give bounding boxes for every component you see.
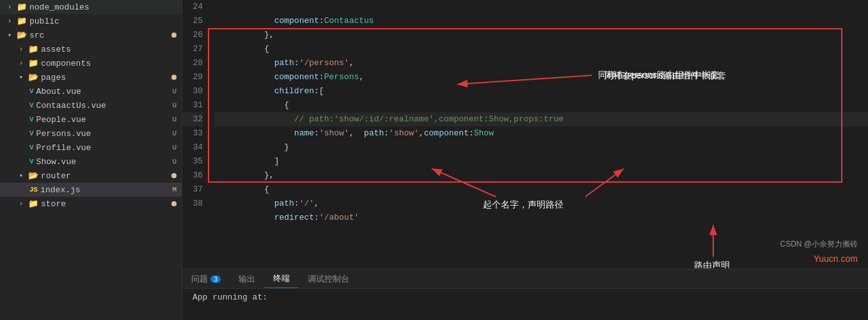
- code-line-24: component:Contaactus: [214, 0, 868, 14]
- line-num: 34: [182, 141, 203, 155]
- untracked-badge: U: [172, 102, 177, 109]
- arrow-icon: [19, 60, 28, 67]
- modified-badge: [171, 75, 177, 80]
- untracked-badge: U: [172, 116, 177, 123]
- folder-icon: 📁: [28, 44, 38, 54]
- vue-icon: V: [29, 116, 34, 123]
- modified-badge: [171, 173, 177, 178]
- tab-debug-console[interactable]: 调试控制台: [299, 270, 358, 288]
- code-line-37: path:'/',: [214, 183, 868, 197]
- line-num: 25: [182, 14, 203, 28]
- sidebar-label: assets: [41, 45, 71, 54]
- line-num: 35: [182, 155, 203, 169]
- sidebar-item-public[interactable]: 📁 public: [0, 14, 182, 28]
- untracked-badge: U: [172, 88, 177, 95]
- arrow-icon: [19, 73, 28, 81]
- sidebar-item-contaactus-vue[interactable]: V ContaactUs.vue U: [0, 98, 182, 112]
- editor-area: 24 25 26 27 28 29 30 31 32 33 34 35 36 3…: [182, 0, 868, 320]
- line-num: 26: [182, 28, 203, 42]
- line-num: 27: [182, 42, 203, 56]
- line-numbers: 24 25 26 27 28 29 30 31 32 33 34 35 36 3…: [182, 0, 208, 269]
- line-num: 32: [182, 112, 203, 126]
- vue-icon: V: [29, 144, 34, 151]
- tab-output[interactable]: 输出: [230, 270, 264, 288]
- sidebar-label: pages: [41, 73, 66, 82]
- arrow-icon: [8, 31, 17, 39]
- folder-icon: 📂: [28, 72, 38, 82]
- sidebar-label: Profile.vue: [36, 143, 91, 153]
- sidebar-label: components: [41, 59, 91, 68]
- code-line-27: path:'/persons',: [214, 42, 868, 56]
- sidebar-item-src[interactable]: 📂 src: [0, 28, 182, 42]
- arrow-icon: [8, 4, 17, 11]
- sidebar-label: router: [41, 171, 71, 181]
- untracked-badge: U: [172, 158, 177, 165]
- vue-icon: V: [29, 130, 34, 137]
- terminal-line: App running at:: [193, 293, 267, 302]
- line-num: 33: [182, 126, 203, 141]
- tab-terminal[interactable]: 终端: [264, 270, 299, 288]
- code-editor[interactable]: component:Contaactus }, { path:'/persons…: [208, 0, 868, 269]
- sidebar-item-index-js[interactable]: JS index.js M: [0, 183, 182, 197]
- vue-icon: V: [29, 102, 34, 109]
- sidebar-item-pages[interactable]: 📂 pages: [0, 70, 182, 84]
- sidebar-label: src: [29, 31, 44, 40]
- code-line-34: ]: [214, 141, 868, 155]
- modified-badge: [171, 33, 177, 38]
- sidebar-item-persons-vue[interactable]: V Persons.vue U: [0, 126, 182, 141]
- sidebar-label: About.vue: [36, 87, 81, 96]
- sidebar-label: Persons.vue: [36, 129, 91, 139]
- bottom-tab-bar: 问题 3 输出 终端 调试控制台: [182, 270, 868, 289]
- watermark: Yuucn.com: [814, 254, 858, 264]
- tab-label: 终端: [273, 273, 290, 284]
- code-line-36: {: [214, 169, 868, 183]
- sidebar-label: node_modules: [29, 3, 90, 12]
- folder-icon: 📁: [17, 2, 27, 12]
- sidebar-item-show-vue[interactable]: V Show.vue U: [0, 155, 182, 169]
- sidebar-item-components[interactable]: 📁 components: [0, 56, 182, 70]
- bottom-panel: 问题 3 输出 终端 调试控制台 App running at:: [182, 269, 868, 320]
- modified-badge: M: [172, 186, 177, 194]
- sidebar-label: public: [29, 17, 59, 26]
- code-line-31: // path:'show/:id/:realname',component:S…: [214, 98, 868, 112]
- folder-icon: 📁: [28, 199, 38, 209]
- svg-text:路由声明: 路由声明: [694, 260, 730, 268]
- line-num: 38: [182, 197, 203, 211]
- sidebar-item-node-modules[interactable]: 📁 node_modules: [0, 0, 182, 14]
- line-num: 24: [182, 0, 203, 14]
- vue-icon: V: [29, 88, 34, 95]
- sidebar-item-people-vue[interactable]: V People.vue U: [0, 112, 182, 126]
- sidebar-label: People.vue: [36, 115, 86, 125]
- tab-label: 问题: [191, 273, 208, 285]
- folder-icon: 📂: [17, 30, 27, 40]
- sidebar-item-router[interactable]: 📂 router: [0, 169, 182, 183]
- sidebar-item-about-vue[interactable]: V About.vue U: [0, 84, 182, 98]
- sidebar-file-tree: 📁 node_modules 📁 public 📂 src 📁 assets 📁…: [0, 0, 182, 320]
- tab-label: 调试控制台: [308, 273, 349, 285]
- arrow-icon: [19, 46, 28, 53]
- code-container: 24 25 26 27 28 29 30 31 32 33 34 35 36 3…: [182, 0, 868, 269]
- line-num: 37: [182, 183, 203, 197]
- folder-icon: 📁: [28, 58, 38, 68]
- arrow-icon: [8, 18, 17, 25]
- terminal-output: App running at:: [182, 289, 868, 320]
- code-line-35: },: [214, 155, 868, 169]
- line-num: 29: [182, 70, 203, 84]
- untracked-badge: U: [172, 130, 177, 137]
- line-num: 36: [182, 169, 203, 183]
- sidebar-label: index.js: [40, 185, 80, 195]
- sidebar-item-profile-vue[interactable]: V Profile.vue U: [0, 141, 182, 155]
- tab-problems[interactable]: 问题 3: [182, 270, 230, 288]
- arrow-icon: [19, 172, 28, 179]
- sidebar-label: store: [41, 199, 66, 209]
- code-line-26: {: [214, 28, 868, 42]
- sidebar-item-store[interactable]: 📁 store: [0, 197, 182, 211]
- arrow-icon: [19, 201, 28, 208]
- folder-icon: 📂: [28, 171, 38, 181]
- line-num: 30: [182, 84, 203, 98]
- sidebar-item-assets[interactable]: 📁 assets: [0, 42, 182, 56]
- modified-badge: [171, 201, 177, 206]
- csdn-label: CSDN @小余努力搬砖: [780, 239, 858, 250]
- js-icon: JS: [29, 186, 38, 194]
- sidebar: 📁 node_modules 📁 public 📂 src 📁 assets 📁…: [0, 0, 182, 320]
